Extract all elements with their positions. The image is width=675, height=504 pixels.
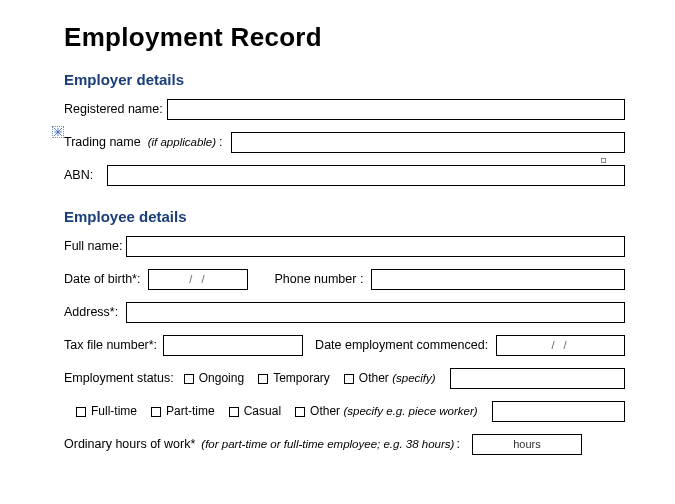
status-other-input[interactable] — [450, 368, 625, 389]
checkbox-icon — [344, 374, 354, 384]
trading-name-input[interactable] — [231, 132, 625, 153]
tfn-label: Tax file number*: — [64, 338, 157, 352]
abn-label: ABN: — [64, 168, 93, 182]
registered-name-input[interactable] — [167, 99, 625, 120]
abn-input[interactable] — [107, 165, 625, 186]
address-label: Address*: — [64, 305, 118, 319]
checkbox-icon — [151, 407, 161, 417]
type-option-parttime[interactable]: Part-time — [151, 404, 215, 418]
status-option-ongoing[interactable]: Ongoing — [184, 371, 244, 385]
checkbox-icon — [184, 374, 194, 384]
trading-name-label: Trading name (if applicable) : — [64, 135, 227, 149]
resize-handle-icon — [601, 158, 606, 163]
employer-section-heading: Employer details — [64, 71, 625, 88]
dob-input[interactable]: / / — [148, 269, 248, 290]
registered-name-label: Registered name: — [64, 102, 163, 116]
phone-label: Phone number : — [274, 272, 363, 286]
page-title: Employment Record — [64, 22, 625, 53]
type-option-fulltime[interactable]: Full-time — [76, 404, 137, 418]
status-option-temporary[interactable]: Temporary — [258, 371, 330, 385]
type-option-casual[interactable]: Casual — [229, 404, 281, 418]
employee-section-heading: Employee details — [64, 208, 625, 225]
checkbox-icon — [295, 407, 305, 417]
status-option-other[interactable]: Other (specify) — [344, 371, 436, 385]
checkbox-icon — [258, 374, 268, 384]
phone-input[interactable] — [371, 269, 625, 290]
full-name-label: Full name: — [64, 239, 122, 253]
hours-label: Ordinary hours of work* (for part-time o… — [64, 437, 464, 451]
address-input[interactable] — [126, 302, 625, 323]
table-anchor-icon — [52, 126, 64, 138]
type-option-other[interactable]: Other (specify e.g. piece worker) — [295, 404, 478, 418]
dob-label: Date of birth*: — [64, 272, 140, 286]
status-label: Employment status: — [64, 371, 174, 385]
hours-unit-label: hours — [513, 438, 541, 450]
checkbox-icon — [76, 407, 86, 417]
commenced-label: Date employment commenced: — [315, 338, 488, 352]
checkbox-icon — [229, 407, 239, 417]
type-other-input[interactable] — [492, 401, 625, 422]
full-name-input[interactable] — [126, 236, 625, 257]
tfn-input[interactable] — [163, 335, 303, 356]
commenced-input[interactable]: / / — [496, 335, 625, 356]
hours-input[interactable]: hours — [472, 434, 582, 455]
